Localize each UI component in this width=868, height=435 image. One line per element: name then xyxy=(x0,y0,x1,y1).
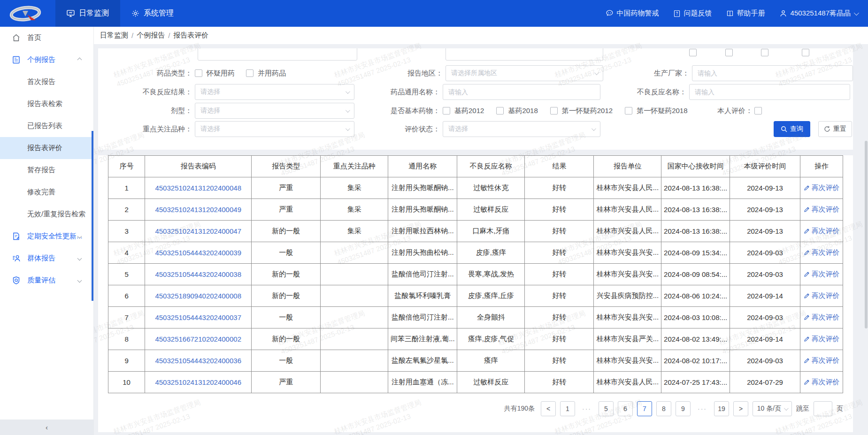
checkbox[interactable] xyxy=(246,69,253,77)
search-button[interactable]: 查询 xyxy=(774,121,810,137)
cb-essential-2012[interactable]: 基药2012 xyxy=(443,107,484,115)
clipped-checkbox[interactable] xyxy=(689,49,697,56)
cb-first-suspect-2018[interactable]: 第一怀疑药2018 xyxy=(625,107,687,115)
cell-evaluated: 2024-09-14 xyxy=(730,285,800,307)
input-adr-name[interactable] xyxy=(689,84,850,100)
clipped-checkbox[interactable] xyxy=(725,49,733,56)
breadcrumb-item[interactable]: 个例报告 xyxy=(137,31,165,40)
cell-focus: 集采 xyxy=(321,199,388,221)
cb-first-suspect-2012[interactable]: 第一怀疑药2012 xyxy=(550,107,613,115)
reset-button[interactable]: 重置 xyxy=(818,121,852,137)
jump-to-input[interactable] xyxy=(814,401,832,416)
page-button-9[interactable]: 9 xyxy=(676,401,691,416)
user-menu[interactable]: 4503251487蒋晶晶 xyxy=(779,9,858,18)
input-generic-name[interactable] xyxy=(443,84,600,100)
link-help-manual[interactable]: 帮助手册 xyxy=(726,9,765,18)
link-china-pharmacovigilance[interactable]: 中国药物警戒 xyxy=(606,9,659,18)
sidebar-item-report-form-search[interactable]: 报告表检索 xyxy=(0,93,93,115)
re-evaluate-link[interactable]: 再次评价 xyxy=(804,205,840,214)
next-page-button[interactable]: > xyxy=(733,401,748,416)
cell-unit: 桂林市兴安县人民... xyxy=(594,221,661,242)
sidebar-item-reported-list[interactable]: 已报告列表 xyxy=(0,115,93,137)
report-code-link[interactable]: 4503251024131202400047 xyxy=(155,227,241,235)
re-evaluate-link[interactable]: 再次评价 xyxy=(804,248,840,257)
report-code-link[interactable]: 4503251054443202400039 xyxy=(155,249,241,257)
checkbox[interactable] xyxy=(195,69,202,77)
page-size-select[interactable]: 10 条/页 xyxy=(753,401,792,416)
re-evaluate-link[interactable]: 再次评价 xyxy=(804,335,840,343)
page-scrollbar-thumb[interactable] xyxy=(865,141,868,328)
cell-generic: 注射用头孢哌酮钠... xyxy=(388,199,457,221)
sidebar-item-case-reports[interactable]: 个例报告 xyxy=(0,49,93,71)
select-report-region[interactable]: 请选择所属地区 xyxy=(446,65,603,81)
sidebar-item-home[interactable]: 首页 xyxy=(0,27,93,49)
filter-row-clipped xyxy=(98,48,853,61)
page-button-1[interactable]: 1 xyxy=(560,401,575,416)
re-evaluate-link[interactable]: 再次评价 xyxy=(804,183,840,192)
re-evaluate-link[interactable]: 再次评价 xyxy=(804,356,840,365)
re-evaluate-link[interactable]: 再次评价 xyxy=(804,378,840,387)
sidebar-item-modify-improve[interactable]: 修改完善 xyxy=(0,181,93,203)
sidebar-item-invalid-duplicate-search[interactable]: 无效/重复报告检索 xyxy=(0,203,93,225)
breadcrumb-item[interactable]: 日常监测 xyxy=(100,31,128,40)
sidebar-item-group-reports[interactable]: 群体报告 xyxy=(0,247,93,269)
input-manufacturer[interactable] xyxy=(692,65,853,81)
report-code-link[interactable]: 4503251054443202400036 xyxy=(155,357,241,365)
sidebar-scrollbar-thumb[interactable] xyxy=(92,131,93,301)
checkbox[interactable] xyxy=(496,107,504,114)
page-button-19[interactable]: 19 xyxy=(714,401,729,416)
cell-actions: 再次评价 xyxy=(800,372,843,393)
re-evaluate-link[interactable]: 再次评价 xyxy=(804,227,840,236)
report-code-link[interactable]: 4503251890940202400008 xyxy=(155,292,241,300)
page-button-6[interactable]: 6 xyxy=(618,401,633,416)
table-row: 34503251024131202400047新的一般集采注射用哌拉西林钠...… xyxy=(108,221,843,242)
report-code-link[interactable]: 4503251054443202400037 xyxy=(155,313,241,321)
report-code-link[interactable]: 4503251054443202400038 xyxy=(155,270,241,278)
cell-type: 严重 xyxy=(252,199,321,221)
page-button-7[interactable]: 7 xyxy=(637,401,652,416)
sidebar-item-periodic-safety-update[interactable]: 定期安全性更新... xyxy=(0,225,93,247)
cb-concomitant-drug[interactable]: 并用药品 xyxy=(246,69,286,78)
sidebar-item-report-form-evaluation[interactable]: 报告表评价 xyxy=(0,137,93,159)
col-report-type: 报告类型 xyxy=(252,156,321,177)
cb-essential-2018[interactable]: 基药2018 xyxy=(496,107,538,115)
checkbox[interactable] xyxy=(550,107,558,114)
page-button-5[interactable]: 5 xyxy=(599,401,614,416)
sidebar-item-quality-assessment[interactable]: 质量评估 xyxy=(0,269,93,291)
re-evaluate-link[interactable]: 再次评价 xyxy=(804,270,840,279)
sidebar-item-first-report[interactable]: 首次报告 xyxy=(0,71,93,93)
link-feedback[interactable]: 问题反馈 xyxy=(673,9,712,18)
tab-system-management[interactable]: 系统管理 xyxy=(120,0,185,27)
select-evaluation-status[interactable]: 请选择 xyxy=(443,121,600,137)
re-evaluate-link[interactable]: 再次评价 xyxy=(804,291,840,300)
page-scrollbar[interactable] xyxy=(864,27,868,435)
clipped-select[interactable] xyxy=(198,48,357,61)
cell-focus: 集采 xyxy=(321,221,388,242)
re-evaluate-link[interactable]: 再次评价 xyxy=(804,313,840,322)
report-code-link[interactable]: 4503251024131202400049 xyxy=(155,206,241,214)
report-code-link[interactable]: 4503251024131202400048 xyxy=(155,184,241,192)
checkbox[interactable] xyxy=(443,107,450,114)
cb-self-evaluation[interactable] xyxy=(754,107,762,114)
select-adr-result[interactable]: 请选择 xyxy=(195,84,354,100)
col-actions: 操作 xyxy=(800,156,843,177)
sidebar-item-draft-reports[interactable]: 暂存报告 xyxy=(0,159,93,181)
select-key-focus-variety[interactable]: 请选择 xyxy=(195,121,354,137)
cell-evaluated: 2024-09-03 xyxy=(730,242,800,264)
home-icon xyxy=(12,33,21,42)
page-button-8[interactable]: 8 xyxy=(656,401,671,416)
select-dosage-form[interactable]: 请选择 xyxy=(195,103,354,119)
report-code-link[interactable]: 4503251667210202400002 xyxy=(155,335,241,343)
prev-page-button[interactable]: < xyxy=(541,401,556,416)
filter-row-4: 重点关注品种： 请选择 评价状态： 请选择 查询 重置 xyxy=(98,121,853,137)
report-code-link[interactable]: 4503251024131202400046 xyxy=(155,378,241,386)
clipped-input[interactable] xyxy=(446,48,603,61)
link-label: 问题反馈 xyxy=(684,9,712,18)
tab-daily-monitoring[interactable]: 日常监测 xyxy=(55,0,120,27)
cell-reaction: 全身颤抖 xyxy=(457,307,525,328)
clipped-checkbox[interactable] xyxy=(761,49,768,56)
checkbox[interactable] xyxy=(625,107,632,114)
sidebar-collapse-button[interactable]: ‹ xyxy=(0,420,93,435)
cb-suspected-drug[interactable]: 怀疑用药 xyxy=(195,69,235,78)
clipped-checkbox[interactable] xyxy=(802,49,809,56)
